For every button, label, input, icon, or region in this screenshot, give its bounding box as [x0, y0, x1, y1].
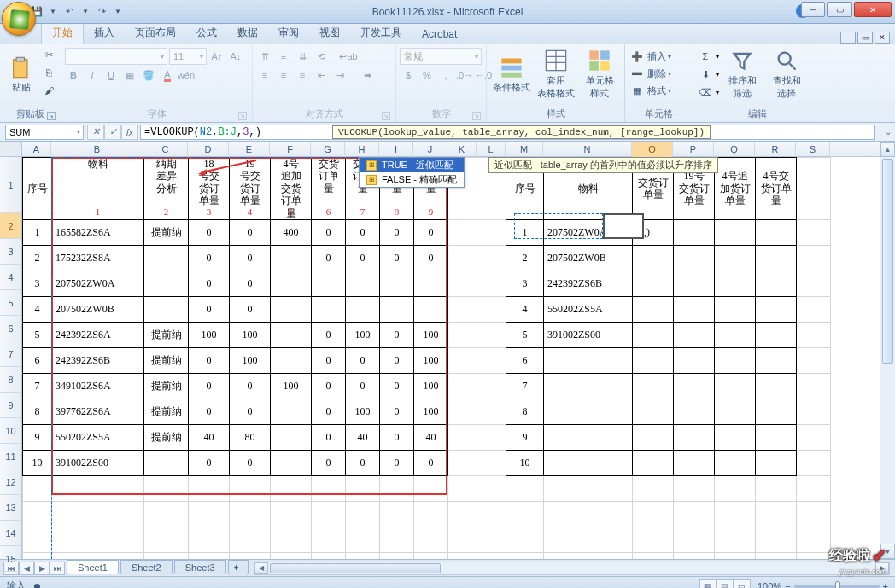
indent-decrease-icon[interactable]: ⇤: [313, 67, 330, 84]
cell-D15[interactable]: [189, 552, 230, 559]
cell-C1[interactable]: 纳期差异分析2: [144, 158, 189, 220]
cell-R11[interactable]: [756, 450, 797, 475]
paste-button[interactable]: 粘贴: [3, 46, 38, 102]
cell-J10[interactable]: 40: [414, 424, 448, 450]
page-break-view-icon[interactable]: ▭: [734, 579, 751, 589]
cell-S13[interactable]: [797, 501, 831, 527]
currency-icon[interactable]: $: [400, 67, 417, 84]
redo-icon[interactable]: ↷: [94, 4, 109, 20]
cell-A8[interactable]: 7: [23, 373, 52, 399]
cell-Q13[interactable]: [715, 501, 756, 527]
cell-G8[interactable]: 0: [312, 373, 346, 399]
row-header-6[interactable]: 6: [0, 316, 21, 341]
cell-K14[interactable]: [448, 527, 477, 552]
intellisense-option-false[interactable]: ⊞FALSE - 精确匹配: [360, 172, 464, 187]
cell-F13[interactable]: [271, 501, 312, 527]
cell-M3[interactable]: 2: [506, 245, 544, 271]
cell-B7[interactable]: 242392ZS6B: [52, 347, 144, 373]
cell-F15[interactable]: [271, 552, 312, 559]
sheet-tab-3[interactable]: Sheet3: [174, 560, 226, 574]
cell-G15[interactable]: [312, 552, 346, 559]
cell-S10[interactable]: [797, 424, 831, 450]
col-header-K[interactable]: K: [448, 142, 477, 157]
col-header-A[interactable]: A: [22, 142, 51, 157]
col-header-R[interactable]: R: [755, 142, 796, 157]
cell-O3[interactable]: [633, 245, 674, 271]
intellisense-popup[interactable]: ⊞TRUE - 近似匹配 ⊞FALSE - 精确匹配: [359, 157, 465, 188]
vertical-scrollbar[interactable]: ▲ ▼: [880, 142, 895, 559]
cell-N9[interactable]: [544, 399, 633, 424]
cell-M2[interactable]: 1: [506, 219, 544, 245]
cell-I14[interactable]: [380, 527, 414, 552]
new-sheet-tab[interactable]: ✦: [228, 560, 249, 575]
col-header-O[interactable]: O: [632, 142, 673, 157]
cell-Q4[interactable]: [715, 271, 756, 296]
cell-I10[interactable]: 0: [380, 424, 414, 450]
cell-P5[interactable]: [674, 296, 715, 322]
number-dialog-launcher[interactable]: ↘: [472, 112, 481, 120]
cell-L5[interactable]: [477, 296, 506, 322]
cell-B13[interactable]: [52, 501, 144, 527]
font-size-combo[interactable]: 11: [169, 48, 207, 65]
cell-J14[interactable]: [414, 527, 448, 552]
cell-R8[interactable]: [756, 373, 797, 399]
percent-icon[interactable]: %: [418, 67, 436, 84]
cell-A2[interactable]: 1: [23, 219, 52, 245]
cell-S4[interactable]: [797, 271, 831, 296]
increase-decimal-icon[interactable]: .0→: [456, 67, 473, 84]
cell-B15[interactable]: [52, 552, 144, 559]
cell-E9[interactable]: 0: [230, 399, 271, 424]
cell-C11[interactable]: [144, 450, 189, 475]
col-header-P[interactable]: P: [673, 142, 714, 157]
cell-F1[interactable]: 4号追加交货订单量5: [271, 158, 312, 220]
cell-P9[interactable]: [674, 399, 715, 424]
cell-L10[interactable]: [477, 424, 506, 450]
cell-D9[interactable]: 0: [189, 399, 230, 424]
cell-A1[interactable]: 序号: [23, 158, 52, 220]
cell-A14[interactable]: [23, 527, 52, 552]
wrap-text-icon[interactable]: ↩ab: [331, 48, 366, 65]
increase-font-icon[interactable]: A↑: [208, 48, 225, 65]
cell-D12[interactable]: [189, 475, 230, 501]
cell-A10[interactable]: 9: [23, 424, 52, 450]
office-button[interactable]: [2, 2, 36, 36]
cell-O6[interactable]: [633, 322, 674, 347]
alignment-dialog-launcher[interactable]: ↘: [382, 112, 390, 120]
cell-N10[interactable]: [544, 424, 633, 450]
zoom-slider[interactable]: [794, 585, 880, 588]
cell-G6[interactable]: 0: [312, 322, 346, 347]
cell-M6[interactable]: 5: [506, 322, 544, 347]
cell-E13[interactable]: [230, 501, 271, 527]
fx-icon[interactable]: fx: [121, 125, 138, 140]
cell-L6[interactable]: [477, 322, 506, 347]
orientation-icon[interactable]: ⟲: [313, 48, 330, 65]
cell-R2[interactable]: [756, 219, 797, 245]
delete-cells-icon[interactable]: ➖: [629, 65, 646, 82]
cell-G13[interactable]: [312, 501, 346, 527]
cell-S8[interactable]: [797, 373, 831, 399]
cell-Q2[interactable]: [715, 219, 756, 245]
cell-P8[interactable]: [674, 373, 715, 399]
cell-O13[interactable]: [633, 501, 674, 527]
number-format-combo[interactable]: 常规: [400, 48, 482, 65]
cell-H2[interactable]: 0: [346, 219, 380, 245]
col-header-S[interactable]: S: [796, 142, 830, 157]
cell-S12[interactable]: [797, 475, 831, 501]
cell-G4[interactable]: [312, 271, 346, 296]
qat-dropdown-icon[interactable]: ▼: [50, 8, 56, 15]
insert-cells-label[interactable]: 插入: [647, 50, 666, 63]
cell-E12[interactable]: [230, 475, 271, 501]
cell-L8[interactable]: [477, 373, 506, 399]
cell-P12[interactable]: [674, 475, 715, 501]
tab-nav-last-icon[interactable]: ⏭: [50, 562, 65, 575]
cell-C5[interactable]: [144, 296, 189, 322]
cell-N11[interactable]: [544, 450, 633, 475]
format-table-button[interactable]: 套用 表格格式: [535, 46, 577, 102]
col-header-F[interactable]: F: [270, 142, 311, 157]
cell-S14[interactable]: [797, 527, 831, 552]
cell-Q1[interactable]: 4号追加货订单量: [715, 158, 756, 220]
row-header-13[interactable]: 13: [0, 495, 21, 521]
cell-L12[interactable]: [477, 475, 506, 501]
cell-Q5[interactable]: [715, 296, 756, 322]
cell-I3[interactable]: 0: [380, 245, 414, 271]
